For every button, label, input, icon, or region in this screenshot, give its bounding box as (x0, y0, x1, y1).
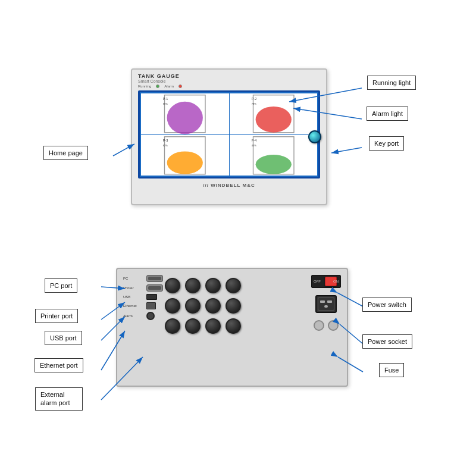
round-btn-9[interactable] (165, 318, 180, 334)
fuse-circle-2 (328, 320, 339, 331)
power-socket (315, 295, 337, 313)
svg-point-9 (167, 151, 203, 174)
home-page-label: Home page (43, 146, 88, 160)
running-label: Running (138, 84, 151, 88)
pc-port-inline-label: PC (123, 277, 144, 280)
usb-port-label: USB port (45, 331, 82, 345)
printer-port-item: Printer (123, 284, 163, 292)
svg-text:62%: 62% (163, 144, 168, 147)
external-alarm-label: External alarm port (35, 387, 83, 411)
round-btn-6[interactable] (185, 298, 201, 314)
power-switch[interactable]: OFF ON (311, 275, 341, 288)
usb-port-inline-label: USB (123, 295, 144, 299)
panel-inner: PC Printer USB Ethernet (117, 269, 347, 386)
round-btn-10[interactable] (185, 318, 201, 334)
svg-text:P-4: P-4 (251, 138, 256, 142)
iec-pin-l (320, 300, 325, 303)
round-btn-7[interactable] (205, 298, 221, 314)
tank-gauge-device: TANK GAUGE Smart Console Running Alarm P… (131, 68, 327, 205)
printer-port-label: Printer port (35, 309, 78, 323)
running-light-dot (156, 84, 159, 88)
power-switch-label: Power switch (362, 298, 412, 312)
brand-footer: /// WINDBELL M&C (132, 181, 326, 190)
svg-text:45%: 45% (251, 144, 256, 147)
svg-point-5 (255, 107, 291, 133)
device-subtitle: Smart Console (138, 79, 320, 83)
key-port-label: Key port (369, 136, 404, 151)
screen-quad-br: P-4 45% (230, 135, 318, 176)
printer-port-connector (146, 284, 163, 292)
round-btn-4[interactable] (226, 278, 241, 293)
usb-port-connector (146, 294, 157, 300)
iec-pin-r (327, 300, 332, 303)
power-socket-label: Power socket (362, 334, 412, 349)
running-light-label: Running light (367, 76, 416, 90)
switch-off-label: OFF (314, 280, 321, 283)
usb-port-item: USB (123, 294, 163, 300)
round-btn-2[interactable] (185, 278, 201, 293)
svg-text:95%: 95% (163, 102, 168, 105)
side-panel (308, 130, 321, 143)
key-port-button[interactable] (308, 130, 321, 143)
svg-text:78%: 78% (251, 102, 256, 105)
diagram-container: TANK GAUGE Smart Console Running Alarm P… (0, 0, 476, 476)
main-screen: P-1 95% P-2 78% P-3 62% (138, 90, 320, 178)
back-panel-device: PC Printer USB Ethernet (116, 268, 348, 387)
pc-port-label: PC port (45, 278, 77, 293)
round-btn-12[interactable] (226, 318, 241, 334)
svg-point-1 (167, 102, 203, 134)
ports-column: PC Printer USB Ethernet (123, 275, 163, 320)
ethernet-port-inline-label: Ethernet (123, 304, 144, 308)
buttons-grid (165, 278, 241, 334)
ethernet-port-item: Ethernet (123, 302, 163, 309)
alarm-light-dot (178, 84, 182, 88)
fuse-circle-1 (314, 320, 324, 331)
switch-on-label: ON (333, 280, 339, 283)
device-brand: TANK GAUGE (138, 73, 320, 79)
right-panel: OFF ON (311, 275, 341, 331)
device-header: TANK GAUGE Smart Console (132, 70, 326, 84)
svg-line-20 (331, 148, 362, 153)
alarm-port-item: Alarm (123, 312, 163, 320)
iec-pin-top-row (320, 300, 332, 303)
svg-point-13 (255, 154, 291, 174)
svg-text:P-3: P-3 (163, 138, 168, 142)
alarm-port-inline-label: Alarm (123, 314, 144, 318)
round-btn-1[interactable] (165, 278, 180, 293)
pc-port-connector (146, 275, 163, 282)
svg-text:P-1: P-1 (163, 97, 168, 101)
printer-port-inline-label: Printer (123, 286, 144, 290)
alarm-light-label: Alarm light (367, 107, 408, 121)
round-btn-3[interactable] (205, 278, 221, 293)
screen-quad-tr: P-2 78% (230, 93, 318, 134)
fuse-container (314, 320, 339, 331)
ethernet-port-label: Ethernet port (35, 358, 83, 372)
pc-port-item: PC (123, 275, 163, 282)
iec-socket-inner (318, 298, 334, 311)
round-btn-5[interactable] (165, 298, 180, 314)
indicator-row: Running Alarm (132, 84, 326, 88)
screen-quad-bl: P-3 62% (141, 135, 229, 176)
svg-text:P-2: P-2 (251, 97, 256, 101)
alarm-label: Alarm (164, 84, 174, 88)
iec-pin-bottom (324, 305, 328, 308)
fuse-label: Fuse (379, 363, 404, 377)
power-switch-container: OFF ON (311, 275, 341, 288)
round-btn-8[interactable] (226, 298, 241, 314)
alarm-port-connector (146, 312, 155, 320)
round-btn-11[interactable] (205, 318, 221, 334)
screen-quad-tl: P-1 95% (141, 93, 229, 134)
ethernet-port-connector (146, 302, 156, 309)
